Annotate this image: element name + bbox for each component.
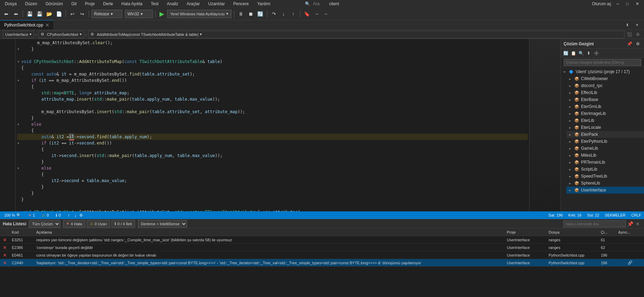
project-expand-eterbase[interactable]: ▸ [569,98,573,102]
project-eterpack[interactable]: ▸ 📦 EterPack [566,131,644,138]
status-eol[interactable]: CRLF [631,213,641,217]
menu-hataayikla[interactable]: Hata Ayıkla [119,1,144,7]
step-over-btn[interactable]: ↷ [270,10,278,18]
step-out-btn[interactable]: ↑ [289,10,298,18]
save-all-btn[interactable]: 💾 [35,10,44,18]
error-filter-btn[interactable]: ✕ 4 Hata [63,220,85,228]
back-btn[interactable]: ⬅ [2,10,10,18]
menu-proje[interactable]: Proje [83,1,97,7]
redo-btn[interactable]: ↪ [78,10,86,18]
project-cwebbrowser[interactable]: ▸ 📦 CWebBrowser [566,75,644,82]
open-btn[interactable]: 📂 [45,10,53,18]
project-expand-scriptlib[interactable]: ▸ [569,167,573,171]
pin-panel-btn[interactable]: 📌 [627,220,634,227]
solution-search-input[interactable] [564,59,641,66]
project-eterlib[interactable]: ▸ 📦 EterLib [566,117,644,124]
col-file[interactable]: Dosya [547,230,599,234]
project-expand-discord[interactable]: ▸ [569,84,573,88]
pause-btn[interactable]: ⏸ [237,10,245,18]
project-expand-erimagelib[interactable]: ▸ [569,112,573,116]
restart-btn[interactable]: 🔄 [256,10,265,18]
bookmark-next-btn[interactable]: → [313,10,321,18]
step-into-btn[interactable]: ↓ [280,10,288,18]
project-scriptlib[interactable]: ▸ 📦 ScriptLib [566,166,644,173]
solution-root[interactable]: ▾ 🔷 'client' çözümü (proje 17 / 17) [561,68,644,75]
info-filter-btn[interactable]: ℹ 0 / 4 İleti [111,220,135,228]
close-panel-btn[interactable]: ✕ [634,220,641,227]
error-scope-dropdown[interactable]: Tüm Çözüm [29,220,60,228]
settings-btn[interactable]: ⚙ [634,31,641,38]
menu-test[interactable]: Test [149,1,160,7]
status-zoom[interactable]: 100 % 🔍 [3,213,23,218]
warning-filter-btn[interactable]: ⚠ 0 Uyarı [87,220,110,228]
error-row-0[interactable]: ✕ E3251 requires yan tümcesi değişken şa… [0,236,644,244]
project-expand-mileslib[interactable]: ▸ [569,154,573,157]
build-config-dropdown[interactable]: Release [92,10,122,18]
stop-btn[interactable]: ⏹ [246,10,255,18]
menu-duzen[interactable]: Düzen [23,1,39,7]
col-project[interactable]: Proje [505,230,547,234]
menu-araclar[interactable]: Araçlar [184,1,202,7]
error-row-2[interactable]: ✕ E0461 const olmayan bir öğeye yapılan … [0,251,644,259]
project-expand-prterrain[interactable]: ▸ [569,161,573,164]
save-btn[interactable]: 💾 [25,10,34,18]
project-mileslib[interactable]: ▸ 📦 MilesLib [566,152,644,159]
project-gamelib[interactable]: ▸ 📦 GameLib [566,145,644,152]
menu-dosya[interactable]: Dosya [3,1,19,7]
maximize-btn[interactable]: □ [624,1,631,6]
menu-gorunum[interactable]: Görünüm [44,1,65,7]
status-info[interactable]: ℹ 0 [54,213,62,218]
start-debug-btn[interactable]: ▶ [158,10,166,18]
error-row-1[interactable]: ✕ E2386 'constexpr' burada geçerli değil… [0,244,644,251]
project-expand-eterpack[interactable]: ▸ [569,133,573,136]
menu-derle[interactable]: Derle [101,1,115,7]
bookmark-btn[interactable]: 🔖 [303,10,311,18]
tab-pythonswitchbot[interactable]: PythonSwitchbot.cpp ✕ [0,20,54,30]
project-expand-cwebbrowser[interactable]: ▸ [569,77,573,81]
code-editor[interactable]: m_map_AttributesBySet.clear(); ▾ } ▾void… [0,39,560,211]
project-eterbase[interactable]: ▸ 📦 EterBase [566,96,644,103]
project-spherelib[interactable]: ▸ 📦 SphereLib [566,180,644,187]
tab-list-btn[interactable]: ⬇ [623,21,631,29]
tab-close-btn[interactable]: ✕ [45,22,49,28]
bookmark-prev-btn[interactable]: ← [322,10,331,18]
project-expand-eterlocale[interactable]: ▸ [569,126,573,130]
menu-pencere[interactable]: Pencere [231,1,251,7]
col-line[interactable]: Çi... [599,230,616,234]
class-dropdown[interactable]: ⚙ CPythonSwitchbot [38,31,84,38]
menu-analiz[interactable]: Analiz [165,1,180,7]
status-warnings[interactable]: ⚠ 0 [40,213,50,218]
add-item-btn[interactable]: ➕ [593,50,600,57]
error-row-3[interactable]: ✕ C2440 'başlatılıyor: 'std::_Tree_itera… [0,259,644,267]
minimize-btn[interactable]: ─ [614,1,621,6]
project-prterrainlib[interactable]: ▸ 📦 PRTerrainLib [566,159,644,166]
project-userinterface[interactable]: ▸ 📦 UserInterface [566,187,644,194]
project-expand-spherelib[interactable]: ▸ [569,181,573,185]
project-eterpythonlib[interactable]: ▸ 📦 EterPythonLib [566,138,644,145]
sync-btn[interactable]: 🔄 [562,50,569,57]
filter-btn[interactable]: 🔍 [578,50,584,57]
col-description[interactable]: Açıklama [34,230,505,234]
external-link-icon[interactable]: 🔗 [628,260,633,265]
project-expand-eterlib[interactable]: ▸ [569,119,573,123]
project-expand-gamelib[interactable]: ▸ [569,147,573,150]
project-discordrpc[interactable]: ▸ 📦 discord_rpc [566,82,644,89]
project-etergrnlib[interactable]: ▸ 📦 EterGrnLib [566,103,644,110]
platform-dropdown[interactable]: Win32 [125,10,153,18]
show-all-btn[interactable]: 📋 [570,50,577,57]
method-dropdown[interactable]: ⚙ AddAttributeToMap(const TSwitchbottAtt… [88,31,625,38]
project-eterlocale[interactable]: ▸ 📦 EterLocale [566,124,644,131]
menu-git[interactable]: Git [69,1,79,7]
pin-btn[interactable]: 📌 [626,40,633,47]
collapse-all-btn[interactable]: ⬆ [585,50,592,57]
account-label[interactable]: Oturum aç [592,1,611,6]
menu-yardim[interactable]: Yardım [255,1,273,7]
project-expand-userinterface[interactable]: ▸ [569,188,573,192]
status-tab[interactable]: SEKMELER [605,213,626,217]
solution-expand-icon[interactable]: ▾ [564,70,568,74]
navigate-down-btn[interactable]: ↓ [73,213,78,218]
status-errors[interactable]: ✕ 1 [27,213,36,218]
expand-pane-btn[interactable]: ⬛ [626,31,633,38]
project-expand-eterpython[interactable]: ▸ [569,140,573,143]
namespace-dropdown[interactable]: UserInterface [3,31,34,38]
